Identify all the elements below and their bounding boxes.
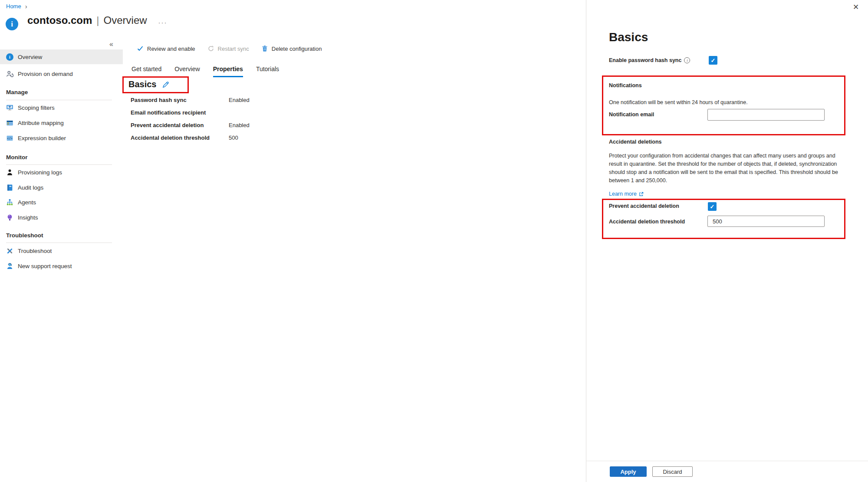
tab-overview[interactable]: Overview — [174, 66, 200, 77]
sidebar-item-attribute-mapping[interactable]: Attribute mapping — [0, 115, 123, 130]
troubleshoot-icon — [6, 247, 13, 255]
property-label: Password hash sync — [131, 97, 229, 103]
accidental-deletion-threshold-input[interactable] — [707, 216, 825, 227]
sidebar-item-agents[interactable]: Agents — [0, 195, 123, 210]
properties-list: Password hash sync Enabled Email notific… — [131, 94, 250, 144]
insights-icon — [6, 214, 13, 221]
accidental-deletions-description: Protect your configuration from accident… — [609, 152, 848, 185]
property-row: Accidental deletion threshold 500 — [131, 131, 250, 144]
sidebar-section-monitor: Monitor — [0, 150, 123, 164]
property-row: Password hash sync Enabled — [131, 94, 250, 106]
sidebar-item-label: Expression builder — [18, 135, 66, 141]
breadcrumb-chevron-icon: › — [25, 3, 27, 9]
review-and-enable-label: Review and enable — [147, 46, 195, 52]
resource-info-icon: i — [6, 18, 18, 30]
sidebar-item-insights[interactable]: Insights — [0, 210, 123, 225]
info-icon: i — [6, 53, 13, 61]
sidebar-item-scoping-filters[interactable]: Scoping filters — [0, 100, 123, 115]
sidebar-item-label: Provisioning logs — [18, 169, 62, 176]
property-label: Email notifications recipient — [131, 109, 229, 116]
sidebar-item-expression-builder[interactable]: </> Expression builder — [0, 131, 123, 145]
expression-builder-icon: </> — [6, 134, 13, 142]
sidebar-item-new-support-request[interactable]: New support request — [0, 259, 123, 273]
delete-configuration-button[interactable]: Delete configuration — [261, 45, 322, 52]
basics-section-title: Basics — [128, 79, 157, 89]
sidebar-item-label: Agents — [18, 199, 36, 206]
sidebar-item-label: New support request — [18, 263, 72, 269]
sidebar-item-label: Overview — [18, 54, 42, 60]
basics-section-header: Basics — [128, 79, 170, 89]
property-row: Email notifications recipient — [131, 106, 250, 119]
sidebar-item-audit-logs[interactable]: Audit logs — [0, 180, 123, 195]
sidebar-item-troubleshoot[interactable]: Troubleshoot — [0, 243, 123, 258]
page-title: contoso.com | Overview ··· — [27, 13, 168, 26]
property-value: 500 — [229, 134, 238, 141]
enable-phs-row: Enable password hash sync i — [609, 57, 690, 63]
enable-phs-label: Enable password hash sync — [609, 57, 681, 63]
sidebar-item-label: Attribute mapping — [18, 120, 64, 126]
sidebar-item-overview[interactable]: i Overview — [0, 49, 123, 64]
provisioning-logs-icon — [6, 169, 13, 176]
tab-get-started[interactable]: Get started — [132, 66, 161, 77]
basics-edit-panel — [586, 0, 868, 482]
property-value: Enabled — [229, 122, 250, 128]
tab-properties[interactable]: Properties — [213, 66, 243, 77]
info-tooltip-icon[interactable]: i — [684, 57, 690, 63]
svg-text:</>: </> — [7, 137, 12, 140]
accidental-deletions-heading: Accidental deletions — [609, 139, 662, 145]
sidebar-section-manage: Manage — [0, 85, 123, 99]
edit-pencil-icon[interactable] — [162, 80, 170, 89]
divider — [586, 461, 868, 461]
review-and-enable-button[interactable]: Review and enable — [137, 45, 195, 52]
restart-sync-button: Restart sync — [207, 45, 249, 52]
learn-more-link[interactable]: Learn more — [609, 191, 644, 197]
enable-phs-checkbox[interactable]: ✓ — [709, 56, 717, 65]
page-header: i contoso.com | Overview ··· — [6, 13, 168, 30]
discard-button[interactable]: Discard — [652, 466, 693, 477]
restart-icon — [207, 45, 214, 52]
agents-icon — [6, 199, 13, 206]
sidebar-item-provisioning-logs[interactable]: Provisioning logs — [0, 165, 123, 180]
divider — [6, 243, 112, 243]
support-request-icon — [6, 262, 13, 270]
accidental-deletion-threshold-label: Accidental deletion threshold — [609, 219, 685, 225]
attribute-mapping-icon — [6, 119, 13, 127]
property-row: Prevent accidental deletion Enabled — [131, 119, 250, 131]
notification-email-input[interactable] — [707, 109, 825, 121]
sidebar-item-label: Troubleshoot — [18, 248, 52, 254]
property-label: Accidental deletion threshold — [131, 134, 229, 141]
more-options-button[interactable]: ··· — [158, 19, 168, 26]
external-link-icon — [639, 192, 644, 197]
sidebar-item-label: Scoping filters — [18, 105, 55, 111]
property-label: Prevent accidental deletion — [131, 122, 229, 128]
page-title-separator: | — [96, 14, 99, 26]
prevent-accidental-deletion-label: Prevent accidental deletion — [609, 203, 679, 209]
notifications-description: One notification will be sent within 24 … — [609, 98, 748, 107]
delete-configuration-label: Delete configuration — [272, 46, 322, 52]
sidebar-collapse-button[interactable]: « — [109, 40, 113, 48]
breadcrumb: Home › — [6, 3, 27, 10]
notification-email-label: Notification email — [609, 111, 654, 118]
sidebar-item-label: Audit logs — [18, 184, 43, 191]
prevent-accidental-deletion-checkbox[interactable]: ✓ — [708, 202, 717, 211]
property-value: Enabled — [229, 97, 250, 103]
sidebar-item-provision-on-demand[interactable]: Provision on demand — [0, 66, 123, 81]
command-bar: Review and enable Restart sync Delete co… — [137, 44, 322, 53]
scoping-filters-icon — [6, 104, 13, 111]
sidebar-section-troubleshoot: Troubleshoot — [0, 228, 123, 243]
tab-bar: Get started Overview Properties Tutorial… — [132, 66, 279, 77]
page-title-section: Overview — [104, 14, 147, 26]
sidebar-item-label: Insights — [18, 214, 38, 221]
notifications-heading: Notifications — [609, 82, 642, 89]
breadcrumb-home-link[interactable]: Home — [6, 3, 21, 10]
apply-button[interactable]: Apply — [610, 466, 647, 477]
close-icon[interactable]: ✕ — [853, 3, 859, 12]
audit-logs-icon — [6, 184, 13, 191]
panel-title: Basics — [609, 30, 648, 44]
person-sync-icon — [6, 70, 13, 78]
learn-more-label: Learn more — [609, 191, 637, 197]
sidebar-item-label: Provision on demand — [18, 71, 73, 77]
tab-tutorials[interactable]: Tutorials — [256, 66, 279, 77]
restart-sync-label: Restart sync — [218, 46, 249, 52]
page-title-domain: contoso.com — [27, 14, 92, 26]
